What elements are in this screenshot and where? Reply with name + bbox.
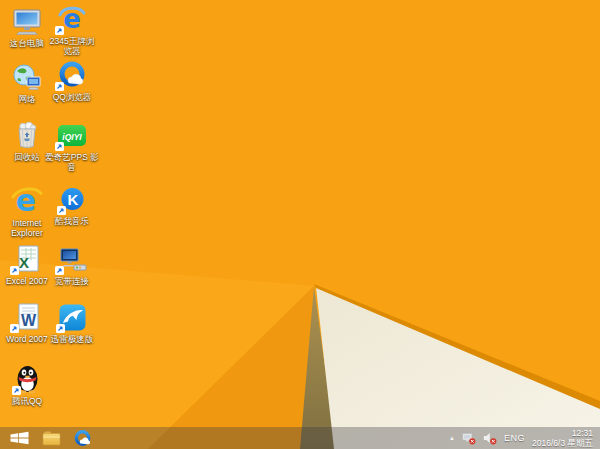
clock-time: 12:31 (572, 428, 593, 438)
desktop-icon-tencent-qq[interactable]: 腾讯QQ (4, 362, 50, 406)
shortcut-arrow-icon (55, 142, 64, 151)
show-hidden-icons-button[interactable]: ▲ (449, 435, 455, 441)
shortcut-arrow-icon (55, 82, 64, 91)
desktop: 这台电脑 e 2345王牌浏 览器 网络 (0, 0, 600, 449)
taskbar: ▲ ENG 12:31 201 (0, 427, 600, 449)
volume-muted-icon (483, 432, 497, 445)
svg-text:W: W (21, 312, 37, 329)
blue-e-browser-icon: e (57, 4, 87, 34)
desktop-icon-iqiyi[interactable]: iQIYI 爱奇艺PPS 影 音 (49, 120, 95, 172)
desktop-icon-kuwo-music[interactable]: K 酷我音乐 (49, 184, 95, 226)
internet-explorer-icon: e (11, 184, 43, 216)
start-button[interactable] (7, 427, 31, 449)
icon-label: QQ浏览器 (42, 92, 102, 102)
file-explorer-taskbar-button[interactable] (40, 427, 62, 449)
shortcut-arrow-icon (10, 266, 19, 275)
shortcut-arrow-icon (55, 266, 64, 275)
network-globe-icon (12, 62, 42, 92)
broadband-connection-icon (57, 244, 88, 274)
clock[interactable]: 12:31 2016/6/3 星期五 (532, 428, 593, 448)
shortcut-arrow-icon (55, 26, 64, 35)
icon-label: 腾讯QQ (0, 396, 57, 406)
thunder-bird-icon (58, 302, 87, 332)
blue-ring-cloud-icon (57, 60, 87, 90)
icon-label: 酷我音乐 (42, 216, 102, 226)
qq-browser-taskbar-button[interactable] (71, 427, 93, 449)
qq-penguin-icon (14, 362, 41, 394)
kuwo-k-circle-icon: K (59, 184, 86, 214)
desktop-icon-broadband[interactable]: 宽带连接 (49, 244, 95, 286)
language-indicator[interactable]: ENG (504, 433, 525, 443)
shortcut-arrow-icon (10, 324, 19, 333)
shortcut-arrow-icon (12, 386, 21, 395)
recycle-bin-icon (14, 120, 40, 150)
computer-icon (11, 6, 43, 36)
network-disconnected-icon (462, 432, 476, 445)
svg-text:iQIYI: iQIYI (62, 132, 82, 142)
qq-browser-icon (73, 429, 92, 448)
file-explorer-icon (42, 430, 61, 446)
svg-text:X: X (19, 254, 29, 271)
desktop-icon-thunder[interactable]: 迅雷极速版 (49, 302, 95, 344)
shortcut-arrow-icon (56, 324, 65, 333)
desktop-icon-2345-browser[interactable]: e 2345王牌浏 览器 (49, 4, 95, 56)
network-status-button[interactable] (462, 432, 476, 445)
system-tray: ▲ ENG 12:31 201 (449, 427, 593, 449)
shortcut-arrow-icon (57, 206, 66, 215)
desktop-icon-qq-browser[interactable]: QQ浏览器 (49, 60, 95, 102)
excel-icon: X (12, 244, 42, 274)
icon-label: 宽带连接 (42, 276, 102, 286)
icon-label: 2345王牌浏 览器 (42, 36, 102, 56)
icon-label: 爱奇艺PPS 影 音 (42, 152, 102, 172)
desktop-icon-internet-explorer[interactable]: e Internet Explorer (4, 184, 50, 238)
word-icon: W (12, 302, 42, 332)
windows-start-icon (10, 431, 29, 445)
volume-button[interactable] (483, 432, 497, 445)
iqiyi-green-icon: iQIYI (57, 120, 87, 150)
clock-date: 2016/6/3 星期五 (532, 438, 593, 448)
icon-label: 迅雷极速版 (42, 334, 102, 344)
svg-text:K: K (67, 191, 78, 208)
